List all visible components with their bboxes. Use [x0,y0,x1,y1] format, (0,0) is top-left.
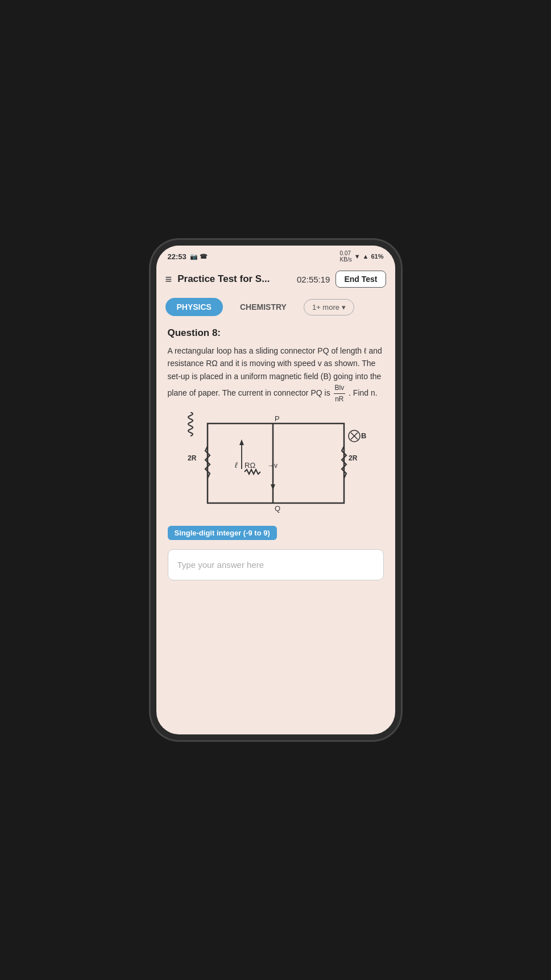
fraction-denominator: nR [334,394,345,405]
status-icons: 📷 ☎ [190,253,208,260]
svg-text:2R: 2R [349,454,358,462]
end-test-button[interactable]: End Test [335,271,386,288]
svg-marker-5 [239,439,244,445]
time-display: 22:53 [168,252,187,261]
tab-more[interactable]: 1+ more ▾ [304,299,354,315]
wifi-icon: ▼ [354,253,361,260]
answer-type-badge: Single-digit integer (-9 to 9) [168,521,384,549]
tab-bar: PHYSICS CHEMISTRY 1+ more ▾ [156,293,395,321]
timer-display: 02:55:19 [297,275,330,284]
signal-icon: ▲ [363,253,369,260]
svg-text:P: P [275,414,280,423]
svg-text:B: B [361,431,366,440]
data-speed: 0.07KB/s [340,250,352,263]
menu-icon[interactable]: ≡ [165,273,172,286]
tab-chemistry[interactable]: CHEMISTRY [229,298,298,316]
question-content: Question 8: A rectangular loop has a sli… [156,321,395,587]
question-body: A rectangular loop has a sliding connect… [168,344,384,405]
toolbar: ≡ Practice Test for S... 02:55:19 End Te… [156,265,395,293]
tab-physics[interactable]: PHYSICS [165,298,223,316]
svg-marker-7 [271,484,275,490]
battery-display: 61% [371,253,383,260]
status-time: 22:53 📷 ☎ [168,252,208,261]
toolbar-title: Practice Test for S... [177,273,291,285]
fraction-display: Blv nR [333,389,349,398]
status-bar: 22:53 📷 ☎ 0.07KB/s ▼ ▲ 61% [156,246,395,265]
circuit-svg: P Q 2R ℓ RΩ →v [185,412,367,514]
svg-text:Q: Q [275,504,280,513]
tab-more-label: 1+ more [312,303,339,312]
question-text-after: . Find n. [349,389,378,398]
fraction-numerator: Blv [334,383,346,394]
svg-text:→v: →v [267,462,277,470]
answer-type-label: Single-digit integer (-9 to 9) [168,526,277,540]
answer-input[interactable] [168,549,384,580]
chevron-down-icon: ▾ [342,303,346,312]
question-title: Question 8: [168,327,384,339]
status-right: 0.07KB/s ▼ ▲ 61% [340,250,384,263]
svg-text:RΩ: RΩ [245,461,255,470]
svg-text:2R: 2R [188,454,197,462]
svg-text:ℓ: ℓ [234,460,238,470]
circuit-diagram: P Q 2R ℓ RΩ →v [168,412,384,514]
